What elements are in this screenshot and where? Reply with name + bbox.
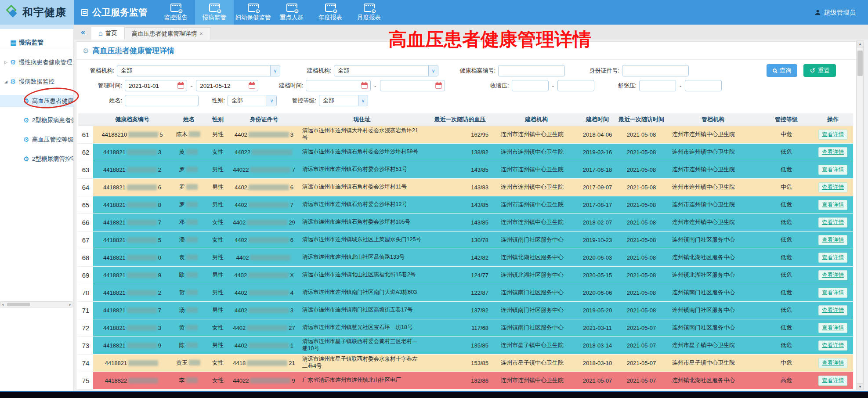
row-number: 67 bbox=[78, 231, 93, 249]
scroll-down-icon[interactable]: ▼ bbox=[857, 383, 863, 390]
chevron-down-icon[interactable]: ∨ bbox=[428, 65, 438, 76]
nav-tab-label: 监控报告 bbox=[164, 14, 188, 22]
manage-time-to[interactable]: 2021-05-12 bbox=[196, 80, 258, 91]
collapse-sidebar-icon[interactable]: « bbox=[81, 28, 85, 37]
redacted-blur bbox=[127, 343, 157, 348]
tree-arrow-icon[interactable]: ▷ bbox=[4, 60, 10, 65]
gender-cell: 男性 bbox=[206, 266, 229, 284]
gear-icon: ▤ bbox=[10, 39, 19, 47]
view-detail-link[interactable]: 查看详情 bbox=[818, 376, 847, 386]
nav-tab[interactable]: ⚙ 慢病监管 bbox=[195, 0, 234, 25]
view-detail-link[interactable]: 查看详情 bbox=[818, 323, 847, 333]
view-detail-link[interactable]: 查看详情 bbox=[818, 358, 847, 368]
chevron-down-icon[interactable]: ∨ bbox=[270, 65, 280, 76]
view-detail-link[interactable]: 查看详情 bbox=[818, 253, 847, 263]
diastolic-to-input[interactable] bbox=[685, 80, 722, 91]
id-prefix: 44022 bbox=[233, 166, 249, 173]
calendar-icon[interactable] bbox=[249, 83, 255, 89]
systolic-from-input[interactable] bbox=[512, 80, 549, 91]
build-time-to[interactable] bbox=[380, 80, 445, 91]
view-detail-link[interactable]: 查看详情 bbox=[818, 288, 847, 298]
view-detail-link[interactable]: 查看详情 bbox=[818, 217, 847, 228]
calendar-icon[interactable] bbox=[361, 83, 368, 89]
tree-arrow-icon[interactable]: ◢ bbox=[4, 80, 10, 84]
systolic-to-input[interactable] bbox=[557, 80, 594, 91]
build-org-select[interactable]: 全部 ∨ bbox=[334, 65, 438, 76]
redacted-blur bbox=[186, 377, 198, 383]
build-org-cell: 连州镇南门社区服务中心 bbox=[495, 284, 578, 301]
build-org-cell: 连州镇南门社区服务中心 bbox=[495, 231, 578, 249]
name-cell: 袁 bbox=[171, 249, 206, 266]
sidebar-horizontal-scrollbar[interactable]: ◂ ▸ bbox=[0, 301, 72, 308]
blood-pressure-cell: 143/83 bbox=[425, 178, 495, 196]
reset-button[interactable]: ↺ 重置 bbox=[803, 64, 836, 77]
filter-row-2: 管理时间: 2021-01-01 - 2021-05-12 建档时间: - 收缩… bbox=[76, 78, 856, 93]
gender-cell: 男性 bbox=[206, 284, 229, 301]
close-tab-icon[interactable]: × bbox=[199, 30, 203, 37]
view-detail-link[interactable]: 查看详情 bbox=[818, 200, 847, 210]
sidebar-item[interactable]: ⚙ 高血压管控等级统计报表 bbox=[0, 134, 73, 146]
diastolic-from-input[interactable] bbox=[639, 80, 676, 91]
vertical-scrollbar[interactable]: ▲ ▼ bbox=[857, 40, 864, 390]
calendar-icon[interactable] bbox=[435, 83, 442, 89]
nav-tab[interactable]: ⚙ 月度报表 bbox=[350, 0, 388, 25]
manage-time-from[interactable]: 2021-01-01 bbox=[125, 80, 187, 91]
patient-name: 罗 bbox=[179, 184, 185, 190]
app-title: 公卫服务监管 bbox=[81, 0, 148, 25]
content-tab[interactable]: ⌂ 首页 bbox=[91, 27, 124, 40]
chevron-down-icon[interactable]: ∨ bbox=[358, 95, 368, 106]
scroll-left-icon[interactable]: ◂ bbox=[2, 303, 4, 307]
sidebar-item[interactable]: ▷ ⚙ 慢性病患者健康管理 bbox=[0, 56, 73, 69]
nav-tab[interactable]: ⚙ 重点人群 bbox=[272, 0, 311, 25]
nav-tab[interactable]: ⚙ 年度报表 bbox=[311, 0, 350, 25]
manage-org-select[interactable]: 全部 ∨ bbox=[117, 65, 280, 76]
view-detail-link[interactable]: 查看详情 bbox=[818, 235, 847, 245]
account-info[interactable]: 超级管理员 bbox=[814, 0, 856, 25]
chevron-down-icon[interactable]: ∨ bbox=[267, 95, 276, 106]
content-tab[interactable]: 高血压患者健康管理详情 × bbox=[124, 27, 210, 40]
view-detail-link[interactable]: 查看详情 bbox=[818, 165, 847, 175]
patient-name: 黄玉 bbox=[176, 359, 188, 366]
build-time-from[interactable] bbox=[306, 80, 371, 91]
name-input[interactable] bbox=[125, 95, 199, 106]
view-detail-link[interactable]: 查看详情 bbox=[818, 270, 847, 280]
search-button[interactable]: 查询 bbox=[767, 64, 797, 77]
redacted-blur bbox=[186, 237, 198, 242]
id-prefix: 4402 bbox=[233, 325, 246, 331]
redacted-blur bbox=[128, 360, 158, 366]
id-prefix: 4402 bbox=[235, 342, 247, 349]
gender-select[interactable]: 全部 ∨ bbox=[228, 95, 277, 106]
view-detail-link[interactable]: 查看详情 bbox=[818, 340, 847, 351]
build-date-cell: 2020-05-15 bbox=[578, 266, 617, 284]
sidebar-item[interactable]: ⚙ 2型糖尿病管控等级统计 bbox=[0, 153, 73, 165]
sidebar-item[interactable]: ▤ 慢病监管 bbox=[0, 39, 73, 49]
nav-tab[interactable]: ⚙ 妇幼保健监管 bbox=[234, 0, 272, 25]
risk-level-select[interactable]: 全部 ∨ bbox=[319, 95, 368, 106]
calendar-icon[interactable] bbox=[177, 83, 184, 89]
archive-no-input[interactable] bbox=[498, 65, 565, 76]
table-row: 74 4418821 黄玉 女性 441821 清远市连州市星子镇联西村委会水泉… bbox=[78, 354, 853, 372]
view-detail-link[interactable]: 查看详情 bbox=[818, 147, 847, 157]
sidebar-item[interactable]: ◢ ⚙ 慢病数据监控 bbox=[0, 76, 73, 88]
risk-level-label: 管控等级: bbox=[285, 97, 316, 105]
id-no-input[interactable] bbox=[622, 65, 689, 76]
gender-cell: 男性 bbox=[206, 126, 229, 143]
blood-pressure-cell: 122/87 bbox=[425, 284, 495, 301]
scroll-up-icon[interactable]: ▲ bbox=[857, 41, 863, 47]
risk-level-cell: 低危 bbox=[760, 143, 813, 161]
user-icon bbox=[814, 9, 821, 16]
table-row: 69 44188219 欧 男性 4402X 清远市连州市连州镇北山社区惠福北街… bbox=[78, 266, 853, 284]
sidebar-item[interactable]: ⚙ 高血压患者健康管理详情 bbox=[0, 95, 73, 107]
scroll-right-icon[interactable]: ▸ bbox=[69, 303, 71, 307]
app-title-text: 公卫服务监管 bbox=[92, 6, 148, 18]
nav-tab[interactable]: ⚙ 监控报告 bbox=[156, 0, 195, 25]
sidebar-item[interactable]: ⚙ 2型糖尿病患者健康管理 bbox=[0, 114, 73, 127]
view-detail-link[interactable]: 查看详情 bbox=[818, 182, 847, 192]
scrollbar-thumb[interactable] bbox=[7, 303, 30, 306]
scrollbar-thumb[interactable] bbox=[857, 51, 863, 76]
archive-prefix: 4418821 bbox=[105, 360, 127, 366]
view-detail-link[interactable]: 查看详情 bbox=[818, 305, 847, 315]
view-detail-link[interactable]: 查看详情 bbox=[818, 130, 847, 140]
archive-prefix: 4418821 bbox=[103, 202, 126, 208]
redacted-blur bbox=[127, 202, 157, 208]
